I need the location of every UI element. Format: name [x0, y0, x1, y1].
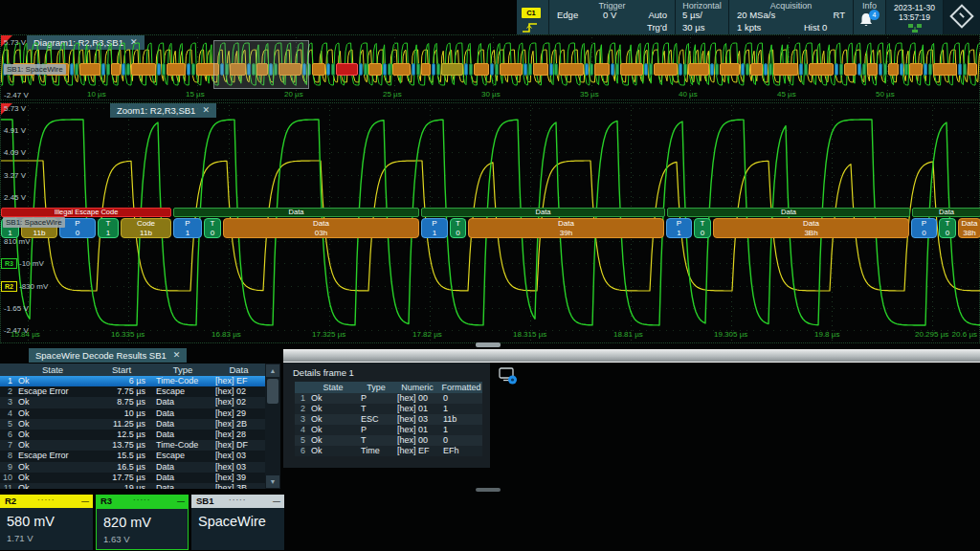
cell-type: P: [358, 393, 394, 404]
details-row[interactable]: 3OkESC[hex] 0311b: [295, 414, 482, 425]
cell-state: Ok: [308, 404, 358, 414]
cell-data: [hex] 3B: [212, 483, 265, 489]
acquisition-section[interactable]: Acquisition 20 MSa/s RT 1 kpts Hist 0: [729, 0, 854, 34]
result-row[interactable]: 9Ok16.5 µsData[hex] 03: [0, 462, 280, 473]
details-row[interactable]: 1OkP[hex] 000: [295, 393, 482, 404]
minimize-icon[interactable]: —: [177, 495, 185, 508]
decode-field-p: P1: [421, 218, 448, 238]
result-row[interactable]: 4Ok10 µsData[hex] 29: [0, 408, 280, 419]
decode-field-code: Code11b: [121, 218, 171, 238]
trigger-section[interactable]: Trigger Edge 0 V Auto Trg'd: [549, 0, 676, 34]
result-row[interactable]: 8Escape Error15.5 µsEscape[hex] 03: [0, 451, 280, 461]
gridline: [3, 286, 977, 287]
bus-segment: [909, 63, 923, 76]
signal-badge-body[interactable]: 580 mV1.71 V: [0, 508, 93, 550]
details-header-row: StateTypeNumericFormatted: [295, 382, 482, 393]
decode-field-value: 38h: [959, 229, 980, 238]
signal-badge-header[interactable]: SB1·····—: [191, 495, 284, 508]
signal-badge-sb1[interactable]: SB1·····—SpaceWire: [191, 495, 284, 550]
details-title: Details frame 1: [293, 367, 354, 378]
signal-badge-r3[interactable]: R3·····—820 mV1.63 V: [96, 495, 189, 550]
signal-value: 820 mV: [103, 515, 151, 530]
result-row[interactable]: 1Ok6 µsTime-Code[hex] EF: [0, 376, 280, 386]
signal-badge-r2[interactable]: R2·····—580 mV1.71 V: [0, 495, 93, 550]
result-row[interactable]: 2Escape Error7.75 µsEscape[hex] 02: [0, 386, 280, 397]
result-row[interactable]: 3Ok8.75 µsData[hex] 02: [0, 397, 280, 408]
signal-badge-body[interactable]: 820 mV1.63 V: [96, 508, 189, 550]
cell-state: Ok: [308, 393, 358, 404]
close-icon[interactable]: ✕: [202, 103, 210, 118]
channel-marker-r3[interactable]: R3: [1, 258, 17, 269]
decode-field-p: P1: [666, 218, 692, 238]
horizontal-section[interactable]: Horizontal 5 µs/ 30 µs: [676, 0, 729, 34]
cell-data: [hex] 28: [212, 430, 265, 440]
channel-marker-r2[interactable]: R2: [1, 281, 17, 292]
bus-segment: [392, 63, 411, 76]
signal-secondary-value: 1.71 V: [7, 533, 33, 543]
horizontal-scale: 5 µs/: [682, 10, 702, 20]
tab-zoom1[interactable]: Zoom1: R2,R3,SB1 ✕: [110, 103, 216, 118]
splitter-handle[interactable]: [476, 488, 501, 492]
result-row[interactable]: 5Ok11.25 µsData[hex] 2B: [0, 419, 280, 430]
d1-v-top: 5.73 V: [4, 38, 26, 47]
minimize-icon[interactable]: —: [273, 495, 280, 508]
drag-grip-icon[interactable]: ·····: [0, 496, 93, 505]
close-icon[interactable]: ✕: [173, 348, 181, 363]
close-icon[interactable]: ✕: [130, 35, 138, 50]
signal-badge-header[interactable]: R3·····—: [96, 495, 189, 508]
gridline: [3, 108, 977, 109]
details-row[interactable]: 4OkP[hex] 011: [295, 425, 482, 435]
cell-state: Ok: [308, 446, 358, 456]
signal-badge-header[interactable]: R2·····—: [0, 495, 93, 508]
decode-field-data: Data39h: [468, 218, 664, 238]
details-row[interactable]: 5OkT[hex] 000: [295, 435, 482, 446]
bus-segment: [101, 63, 105, 76]
cell-type: Data: [153, 462, 212, 473]
results-scrollbar[interactable]: ▲ ▼: [265, 364, 280, 489]
minimize-icon[interactable]: —: [81, 495, 89, 508]
bus-segment: [809, 63, 834, 76]
bus-segment: [421, 63, 431, 76]
gridline: [3, 175, 977, 176]
bus-segment: [474, 63, 489, 76]
signal-badge-body[interactable]: SpaceWire: [191, 508, 284, 550]
time-axis-label: 15.84 µs: [11, 330, 40, 339]
bus-segment: [879, 63, 882, 76]
acq-mode: RT: [834, 10, 846, 20]
row-number: 10: [0, 473, 15, 483]
show-on-display-icon[interactable]: [499, 367, 520, 386]
bus-segment: [554, 63, 558, 76]
scroll-up-icon[interactable]: ▲: [266, 364, 279, 377]
clock-section[interactable]: 2023-11-30 13:57:19: [886, 0, 944, 34]
result-row[interactable]: 7Ok13.75 µsTime-Code[hex] DF: [0, 440, 280, 451]
splitter-handle[interactable]: [476, 342, 501, 347]
result-row[interactable]: 10Ok17.75 µsData[hex] 39: [0, 473, 280, 483]
trigger-mode: Auto: [648, 10, 667, 20]
details-row[interactable]: 2OkT[hex] 011: [295, 404, 482, 414]
tab-decode-results[interactable]: SpaceWire Decode Results SB1 ✕: [29, 348, 187, 363]
bus-segment: [741, 63, 745, 76]
tab-diagram1[interactable]: Diagram1: R2,R3,SB1 ✕: [27, 35, 145, 50]
drag-grip-icon[interactable]: ·····: [96, 496, 189, 505]
zoom-selection-region[interactable]: [213, 40, 309, 89]
bus-segment: [862, 63, 866, 76]
bus-segment: [933, 63, 957, 76]
result-row[interactable]: 6Ok12.5 µsData[hex] 28: [0, 430, 280, 440]
details-row[interactable]: 6OkTime[hex] EFEFh: [295, 446, 482, 456]
scroll-down-icon[interactable]: ▼: [266, 475, 279, 488]
bus-segment: [844, 63, 857, 76]
decode-field-name: P: [912, 219, 936, 229]
trigger-level: 0 V: [603, 10, 616, 20]
bus-segment: [768, 63, 772, 76]
scrollbar-thumb[interactable]: [267, 379, 278, 404]
bus-segment: [412, 63, 415, 76]
cell-formatted: 0: [440, 435, 482, 446]
bus-segment: [924, 63, 927, 76]
row-number: 3: [0, 397, 15, 408]
drag-grip-icon[interactable]: ·····: [191, 496, 284, 505]
cell-data: [hex] DF: [212, 440, 265, 451]
bus-name-label: SB1: SpaceWire: [4, 64, 66, 75]
gridline: [3, 197, 977, 198]
result-row[interactable]: 11Ok19 µsData[hex] 3B: [0, 483, 280, 489]
info-section[interactable]: Info 4: [854, 0, 886, 34]
